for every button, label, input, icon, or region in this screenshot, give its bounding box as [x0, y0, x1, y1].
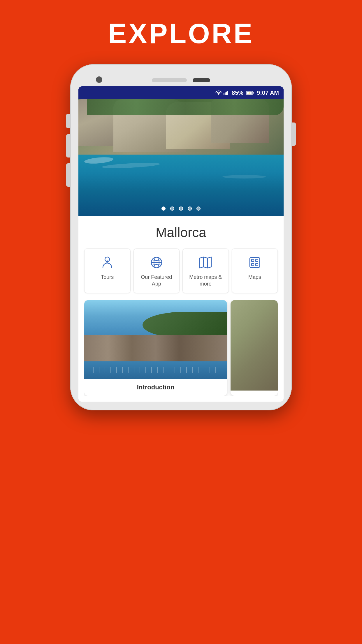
city-panorama-image [84, 300, 227, 379]
menu-item-maps[interactable]: Maps [232, 249, 278, 293]
menu-item-tours[interactable]: Tours [84, 249, 131, 293]
phone-speaker [152, 78, 187, 82]
globe-icon [149, 255, 164, 270]
menu-item-featured-app[interactable]: Our Featured App [133, 249, 180, 293]
page-title: EXPLORE [108, 18, 254, 50]
svg-marker-14 [200, 257, 211, 268]
carousel-dot-5[interactable] [196, 206, 201, 211]
person-icon [100, 255, 115, 270]
svg-rect-0 [224, 93, 224, 95]
svg-rect-20 [252, 263, 254, 266]
content-area: Mallorca Tours [78, 216, 284, 402]
map-fold-icon [198, 255, 213, 270]
carousel-dots [78, 206, 284, 211]
card-secondary[interactable] [231, 300, 278, 396]
featured-app-label: Our Featured App [137, 274, 177, 288]
carousel-dot-2[interactable] [170, 206, 174, 211]
svg-rect-21 [256, 263, 258, 266]
hero-image [78, 99, 284, 216]
secondary-image [231, 300, 278, 391]
svg-rect-17 [250, 258, 260, 267]
svg-text:⚡: ⚡ [248, 92, 250, 94]
menu-grid: Tours Our Featured App [84, 249, 278, 293]
clock: 9:07 AM [257, 90, 279, 96]
city-name: Mallorca [84, 225, 278, 240]
metro-maps-label: Metro maps & more [186, 274, 226, 288]
card-introduction[interactable]: Introduction [84, 300, 227, 396]
introduction-label: Introduction [84, 379, 227, 396]
volume-up-button [66, 134, 70, 158]
battery-icon: ⚡ [246, 90, 254, 95]
carousel-dot-4[interactable] [188, 206, 192, 211]
svg-rect-19 [256, 259, 258, 262]
volume-down-button [66, 163, 70, 187]
phone-top [78, 73, 284, 86]
battery-status: 85% [232, 90, 243, 96]
card-section: Introduction [84, 300, 278, 396]
phone-screen: 85% ⚡ 9:07 AM [78, 86, 284, 402]
svg-rect-2 [226, 92, 227, 95]
phone-frame: 85% ⚡ 9:07 AM [70, 64, 292, 410]
svg-rect-18 [252, 259, 254, 262]
svg-rect-1 [225, 92, 226, 95]
phone-earpiece [193, 78, 210, 82]
transit-icon [247, 255, 262, 270]
status-icons [215, 90, 229, 95]
carousel-dot-3[interactable] [179, 206, 183, 211]
phone-camera [96, 76, 102, 83]
power-button [292, 123, 296, 146]
svg-rect-3 [227, 91, 228, 95]
status-bar: 85% ⚡ 9:07 AM [78, 86, 284, 99]
svg-rect-6 [253, 92, 254, 94]
cliff-visual [78, 99, 284, 158]
carousel-dot-1[interactable] [161, 206, 166, 211]
menu-item-metro-maps[interactable]: Metro maps & more [182, 249, 229, 293]
maps-label: Maps [248, 274, 261, 281]
mute-button [66, 114, 70, 128]
wifi-icon [215, 90, 222, 95]
signal-icon [224, 90, 229, 95]
tours-label: Tours [101, 274, 114, 281]
